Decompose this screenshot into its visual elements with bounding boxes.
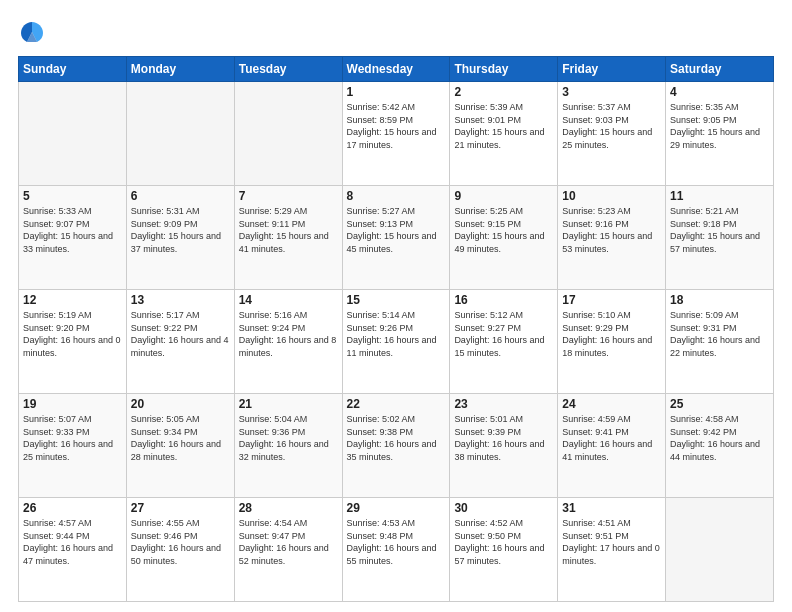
calendar-cell: 18Sunrise: 5:09 AMSunset: 9:31 PMDayligh…: [666, 290, 774, 394]
calendar-cell: 14Sunrise: 5:16 AMSunset: 9:24 PMDayligh…: [234, 290, 342, 394]
calendar-cell: 28Sunrise: 4:54 AMSunset: 9:47 PMDayligh…: [234, 498, 342, 602]
day-number: 4: [670, 85, 769, 99]
calendar-table: SundayMondayTuesdayWednesdayThursdayFrid…: [18, 56, 774, 602]
day-number: 21: [239, 397, 338, 411]
calendar-cell: 26Sunrise: 4:57 AMSunset: 9:44 PMDayligh…: [19, 498, 127, 602]
day-number: 12: [23, 293, 122, 307]
day-info: Sunrise: 5:17 AMSunset: 9:22 PMDaylight:…: [131, 309, 230, 359]
week-row-1: 1Sunrise: 5:42 AMSunset: 8:59 PMDaylight…: [19, 82, 774, 186]
calendar-cell: 7Sunrise: 5:29 AMSunset: 9:11 PMDaylight…: [234, 186, 342, 290]
calendar-cell: 17Sunrise: 5:10 AMSunset: 9:29 PMDayligh…: [558, 290, 666, 394]
day-info: Sunrise: 5:05 AMSunset: 9:34 PMDaylight:…: [131, 413, 230, 463]
day-number: 18: [670, 293, 769, 307]
calendar-cell: 10Sunrise: 5:23 AMSunset: 9:16 PMDayligh…: [558, 186, 666, 290]
day-number: 19: [23, 397, 122, 411]
calendar-cell: 4Sunrise: 5:35 AMSunset: 9:05 PMDaylight…: [666, 82, 774, 186]
weekday-header-monday: Monday: [126, 57, 234, 82]
day-number: 8: [347, 189, 446, 203]
calendar-cell: 29Sunrise: 4:53 AMSunset: 9:48 PMDayligh…: [342, 498, 450, 602]
day-info: Sunrise: 5:04 AMSunset: 9:36 PMDaylight:…: [239, 413, 338, 463]
calendar-cell: 30Sunrise: 4:52 AMSunset: 9:50 PMDayligh…: [450, 498, 558, 602]
calendar-cell: 13Sunrise: 5:17 AMSunset: 9:22 PMDayligh…: [126, 290, 234, 394]
week-row-5: 26Sunrise: 4:57 AMSunset: 9:44 PMDayligh…: [19, 498, 774, 602]
weekday-header-saturday: Saturday: [666, 57, 774, 82]
day-info: Sunrise: 5:09 AMSunset: 9:31 PMDaylight:…: [670, 309, 769, 359]
weekday-header-tuesday: Tuesday: [234, 57, 342, 82]
day-info: Sunrise: 4:55 AMSunset: 9:46 PMDaylight:…: [131, 517, 230, 567]
day-number: 30: [454, 501, 553, 515]
day-info: Sunrise: 4:58 AMSunset: 9:42 PMDaylight:…: [670, 413, 769, 463]
day-info: Sunrise: 5:39 AMSunset: 9:01 PMDaylight:…: [454, 101, 553, 151]
calendar-cell: 21Sunrise: 5:04 AMSunset: 9:36 PMDayligh…: [234, 394, 342, 498]
day-info: Sunrise: 5:23 AMSunset: 9:16 PMDaylight:…: [562, 205, 661, 255]
day-number: 13: [131, 293, 230, 307]
day-number: 5: [23, 189, 122, 203]
calendar-cell: 2Sunrise: 5:39 AMSunset: 9:01 PMDaylight…: [450, 82, 558, 186]
day-info: Sunrise: 5:25 AMSunset: 9:15 PMDaylight:…: [454, 205, 553, 255]
day-number: 27: [131, 501, 230, 515]
day-info: Sunrise: 5:01 AMSunset: 9:39 PMDaylight:…: [454, 413, 553, 463]
week-row-3: 12Sunrise: 5:19 AMSunset: 9:20 PMDayligh…: [19, 290, 774, 394]
day-number: 31: [562, 501, 661, 515]
calendar-cell: [666, 498, 774, 602]
day-info: Sunrise: 5:27 AMSunset: 9:13 PMDaylight:…: [347, 205, 446, 255]
day-info: Sunrise: 5:12 AMSunset: 9:27 PMDaylight:…: [454, 309, 553, 359]
calendar-cell: 19Sunrise: 5:07 AMSunset: 9:33 PMDayligh…: [19, 394, 127, 498]
calendar-cell: 11Sunrise: 5:21 AMSunset: 9:18 PMDayligh…: [666, 186, 774, 290]
day-number: 17: [562, 293, 661, 307]
weekday-header-row: SundayMondayTuesdayWednesdayThursdayFrid…: [19, 57, 774, 82]
weekday-header-friday: Friday: [558, 57, 666, 82]
day-number: 25: [670, 397, 769, 411]
day-number: 1: [347, 85, 446, 99]
day-info: Sunrise: 5:21 AMSunset: 9:18 PMDaylight:…: [670, 205, 769, 255]
day-number: 28: [239, 501, 338, 515]
day-info: Sunrise: 5:07 AMSunset: 9:33 PMDaylight:…: [23, 413, 122, 463]
day-info: Sunrise: 5:29 AMSunset: 9:11 PMDaylight:…: [239, 205, 338, 255]
calendar-cell: 16Sunrise: 5:12 AMSunset: 9:27 PMDayligh…: [450, 290, 558, 394]
day-info: Sunrise: 5:35 AMSunset: 9:05 PMDaylight:…: [670, 101, 769, 151]
day-info: Sunrise: 5:42 AMSunset: 8:59 PMDaylight:…: [347, 101, 446, 151]
day-info: Sunrise: 4:59 AMSunset: 9:41 PMDaylight:…: [562, 413, 661, 463]
calendar-cell: 3Sunrise: 5:37 AMSunset: 9:03 PMDaylight…: [558, 82, 666, 186]
week-row-2: 5Sunrise: 5:33 AMSunset: 9:07 PMDaylight…: [19, 186, 774, 290]
calendar-cell: 15Sunrise: 5:14 AMSunset: 9:26 PMDayligh…: [342, 290, 450, 394]
calendar-cell: 22Sunrise: 5:02 AMSunset: 9:38 PMDayligh…: [342, 394, 450, 498]
day-number: 9: [454, 189, 553, 203]
day-info: Sunrise: 5:19 AMSunset: 9:20 PMDaylight:…: [23, 309, 122, 359]
calendar-cell: 27Sunrise: 4:55 AMSunset: 9:46 PMDayligh…: [126, 498, 234, 602]
day-number: 16: [454, 293, 553, 307]
calendar-cell: 8Sunrise: 5:27 AMSunset: 9:13 PMDaylight…: [342, 186, 450, 290]
calendar-cell: 24Sunrise: 4:59 AMSunset: 9:41 PMDayligh…: [558, 394, 666, 498]
day-number: 29: [347, 501, 446, 515]
day-info: Sunrise: 5:16 AMSunset: 9:24 PMDaylight:…: [239, 309, 338, 359]
calendar-cell: 20Sunrise: 5:05 AMSunset: 9:34 PMDayligh…: [126, 394, 234, 498]
calendar-cell: 31Sunrise: 4:51 AMSunset: 9:51 PMDayligh…: [558, 498, 666, 602]
week-row-4: 19Sunrise: 5:07 AMSunset: 9:33 PMDayligh…: [19, 394, 774, 498]
calendar-cell: 1Sunrise: 5:42 AMSunset: 8:59 PMDaylight…: [342, 82, 450, 186]
calendar-cell: 23Sunrise: 5:01 AMSunset: 9:39 PMDayligh…: [450, 394, 558, 498]
day-number: 3: [562, 85, 661, 99]
logo: [18, 18, 50, 46]
day-number: 11: [670, 189, 769, 203]
day-number: 10: [562, 189, 661, 203]
day-info: Sunrise: 4:53 AMSunset: 9:48 PMDaylight:…: [347, 517, 446, 567]
day-info: Sunrise: 4:54 AMSunset: 9:47 PMDaylight:…: [239, 517, 338, 567]
weekday-header-wednesday: Wednesday: [342, 57, 450, 82]
day-info: Sunrise: 5:02 AMSunset: 9:38 PMDaylight:…: [347, 413, 446, 463]
calendar-cell: [126, 82, 234, 186]
day-info: Sunrise: 5:10 AMSunset: 9:29 PMDaylight:…: [562, 309, 661, 359]
day-info: Sunrise: 4:51 AMSunset: 9:51 PMDaylight:…: [562, 517, 661, 567]
calendar-cell: 12Sunrise: 5:19 AMSunset: 9:20 PMDayligh…: [19, 290, 127, 394]
page: SundayMondayTuesdayWednesdayThursdayFrid…: [0, 0, 792, 612]
calendar-cell: 25Sunrise: 4:58 AMSunset: 9:42 PMDayligh…: [666, 394, 774, 498]
day-info: Sunrise: 4:52 AMSunset: 9:50 PMDaylight:…: [454, 517, 553, 567]
day-number: 26: [23, 501, 122, 515]
calendar-cell: [234, 82, 342, 186]
day-info: Sunrise: 5:14 AMSunset: 9:26 PMDaylight:…: [347, 309, 446, 359]
day-info: Sunrise: 5:31 AMSunset: 9:09 PMDaylight:…: [131, 205, 230, 255]
calendar-cell: [19, 82, 127, 186]
weekday-header-thursday: Thursday: [450, 57, 558, 82]
day-info: Sunrise: 4:57 AMSunset: 9:44 PMDaylight:…: [23, 517, 122, 567]
day-number: 7: [239, 189, 338, 203]
day-number: 2: [454, 85, 553, 99]
